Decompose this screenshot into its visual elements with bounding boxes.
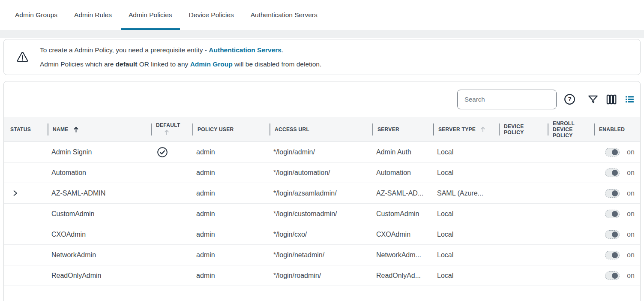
toggle-state-label: on — [627, 148, 635, 156]
access-url: */login/azsamladmin/ — [270, 190, 372, 197]
tab-admin-policies[interactable]: Admin Policies — [121, 0, 180, 30]
table-row[interactable]: ReadOnlyAdmin admin */login/roadmin/ Rea… — [4, 265, 640, 286]
column-header-enabled: ENABLED — [594, 126, 640, 132]
toolbar-divider — [580, 92, 580, 107]
enabled-cell: on — [594, 169, 640, 177]
authentication-servers-link[interactable]: Authentication Servers — [209, 46, 282, 54]
expand-row-chevron-icon[interactable] — [12, 190, 18, 197]
enabled-cell: on — [594, 210, 640, 218]
banner-default-emphasis: default — [116, 60, 138, 68]
column-header-access-url: ACCESS URL — [270, 126, 372, 132]
search-input[interactable] — [457, 90, 557, 109]
access-url: */login/automation/ — [270, 169, 372, 177]
column-header-default-label: DEFAULT — [156, 122, 180, 128]
policy-name: CXOAdmin — [48, 231, 151, 238]
enabled-cell: on — [594, 271, 640, 280]
banner-line1-text: To create a Admin Policy, you need a pre… — [40, 46, 209, 54]
banner-line2-suffix: will be disabled from deletion. — [233, 60, 322, 68]
policy-name: ReadOnlyAdmin — [48, 272, 151, 280]
table-row[interactable]: CustomAdmin admin */login/customadmin/ C… — [4, 204, 640, 224]
access-url: */login/cxo/ — [270, 231, 372, 238]
info-banner: To create a Admin Policy, you need a pre… — [3, 39, 641, 75]
banner-text: To create a Admin Policy, you need a pre… — [40, 43, 321, 71]
column-header-default[interactable]: DEFAULT — [151, 122, 192, 137]
tab-authentication-servers[interactable]: Authentication Servers — [243, 0, 325, 30]
default-check-icon — [151, 147, 192, 158]
policy-user: admin — [192, 190, 270, 197]
column-header-server: SERVER — [372, 126, 433, 132]
server-type: SAML (Azure... — [433, 190, 499, 197]
policy-user: admin — [192, 272, 270, 280]
toggle-state-label: on — [627, 210, 635, 218]
column-header-device-policy-label: DEVICE POLICY — [504, 123, 530, 135]
tabbar-divider-strip — [0, 30, 644, 38]
enabled-cell: on — [594, 189, 640, 198]
server-type: Local — [433, 272, 499, 280]
column-header-enroll-device-policy: ENROLL DEVICE POLICY — [548, 120, 594, 138]
enabled-toggle[interactable] — [605, 148, 620, 157]
table-row[interactable]: AZ-SAML-ADMIN admin */login/azsamladmin/… — [4, 183, 640, 204]
toggle-state-label: on — [627, 169, 635, 177]
banner-line-1: To create a Admin Policy, you need a pre… — [40, 43, 321, 57]
column-header-enroll-device-policy-label: ENROLL DEVICE POLICY — [553, 120, 574, 138]
policy-name: Automation — [48, 169, 151, 177]
enabled-toggle[interactable] — [605, 169, 620, 177]
sort-inactive-icon[interactable] — [480, 126, 486, 132]
toggle-state-label: on — [627, 251, 635, 259]
policy-name: CustomAdmin — [48, 210, 151, 218]
tab-device-policies[interactable]: Device Policies — [181, 0, 242, 30]
column-header-server-type-label: SERVER TYPE — [438, 126, 476, 132]
table-row[interactable]: Automation admin */login/automation/ Aut… — [4, 163, 640, 183]
policy-user: admin — [192, 210, 270, 218]
filter-icon[interactable] — [587, 94, 599, 105]
access-url: */login/netadmin/ — [270, 251, 372, 259]
list-view-icon[interactable] — [624, 94, 635, 105]
toggle-state-label: on — [627, 272, 635, 280]
column-header-status: STATUS — [4, 126, 48, 132]
server: AZ-SAML-AD... — [372, 190, 433, 197]
server: Automation — [372, 169, 433, 177]
column-header-name-label: NAME — [53, 126, 69, 132]
enabled-toggle[interactable] — [605, 210, 620, 218]
enabled-toggle[interactable] — [605, 230, 620, 239]
tab-bar: Admin Groups Admin Rules Admin Policies … — [0, 0, 644, 30]
status-cell — [4, 190, 48, 197]
server-type: Local — [433, 210, 499, 218]
table-row[interactable]: NetworkAdmin admin */login/netadmin/ Net… — [4, 245, 640, 265]
policy-name: Admin Signin — [48, 148, 151, 156]
admin-group-link[interactable]: Admin Group — [190, 60, 233, 68]
server: CustomAdmin — [372, 210, 433, 218]
server: Admin Auth — [372, 148, 433, 156]
sort-inactive-icon[interactable] — [164, 129, 170, 135]
policy-user: admin — [192, 169, 270, 177]
policy-user: admin — [192, 231, 270, 238]
policy-user: admin — [192, 251, 270, 259]
table-row[interactable]: Admin Signin admin */login/admin/ Admin … — [4, 142, 640, 163]
policies-table-card: ? STATUS NAME — [3, 81, 641, 301]
tab-admin-rules[interactable]: Admin Rules — [66, 0, 120, 30]
sort-ascending-icon[interactable] — [73, 126, 79, 133]
enabled-cell: on — [594, 251, 640, 259]
columns-icon[interactable] — [606, 94, 617, 105]
column-header-server-type[interactable]: SERVER TYPE — [433, 126, 499, 132]
enabled-toggle[interactable] — [605, 251, 620, 259]
server-type: Local — [433, 231, 499, 238]
column-header-name[interactable]: NAME — [48, 126, 151, 133]
policy-name: AZ-SAML-ADMIN — [48, 190, 151, 197]
table-toolbar: ? — [4, 81, 640, 117]
tab-admin-groups[interactable]: Admin Groups — [7, 0, 65, 30]
access-url: */login/roadmin/ — [270, 272, 372, 280]
help-icon[interactable]: ? — [564, 93, 575, 105]
toggle-state-label: on — [627, 190, 635, 197]
server-type: Local — [433, 169, 499, 177]
banner-line2-text: Admin Policies which are — [40, 60, 116, 68]
server: ReadOnlyAd... — [372, 272, 433, 280]
svg-text:?: ? — [568, 96, 572, 102]
access-url: */login/admin/ — [270, 148, 372, 156]
enabled-toggle[interactable] — [605, 271, 620, 280]
banner-line1-period: . — [282, 46, 283, 54]
policy-name: NetworkAdmin — [48, 251, 151, 259]
enabled-toggle[interactable] — [605, 189, 620, 198]
server-type: Local — [433, 148, 499, 156]
table-row[interactable]: CXOAdmin admin */login/cxo/ CXOAdmin Loc… — [4, 224, 640, 245]
